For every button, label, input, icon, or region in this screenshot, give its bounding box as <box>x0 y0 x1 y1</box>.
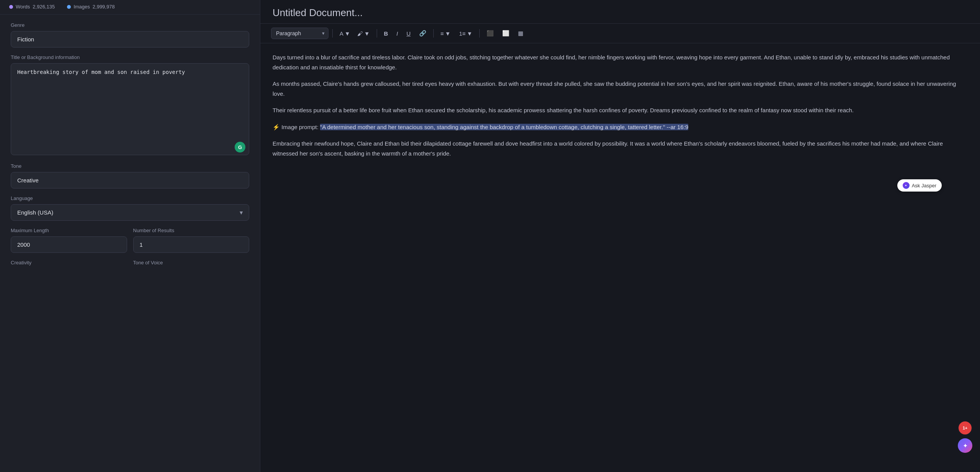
ordered-list-icon: 1≡ <box>459 30 466 37</box>
background-textarea[interactable]: Heartbreaking story of mom and son raise… <box>11 63 249 155</box>
language-select-wrapper: English (USA) English (UK) Spanish Frenc… <box>11 204 249 221</box>
font-a-label: A <box>340 30 343 37</box>
toolbar: Paragraph Heading 1 Heading 2 Heading 3 … <box>260 24 980 43</box>
right-panel: Untitled Document... Paragraph Heading 1… <box>260 0 980 472</box>
num-results-label: Number of Results <box>133 228 250 233</box>
font-caret-icon: ▼ <box>345 30 350 37</box>
toolbar-separator-1 <box>332 29 333 38</box>
max-length-field: Maximum Length <box>11 228 127 253</box>
bold-button[interactable]: B <box>381 28 391 39</box>
image-prompt-line: ⚡ Image prompt: "A determined mother and… <box>273 122 966 132</box>
ordered-chevron-icon: ▼ <box>467 30 472 37</box>
paragraph-2: As months passed, Claire's hands grew ca… <box>273 79 966 98</box>
background-label: Title or Background information <box>11 54 249 60</box>
font-color-button[interactable]: 🖌 ▼ <box>354 28 373 39</box>
genre-input[interactable] <box>11 31 249 48</box>
align-left-button[interactable]: ⬛ <box>483 28 497 39</box>
font-size-button[interactable]: A ▼ <box>336 28 353 39</box>
num-results-field: Number of Results <box>133 228 250 253</box>
max-length-input[interactable] <box>11 236 127 253</box>
italic-label: I <box>397 30 398 37</box>
underline-label: U <box>407 30 411 37</box>
jasper-fab[interactable]: ✦ <box>958 438 972 453</box>
jasper-logo-icon: ✦ <box>903 182 910 189</box>
grammarly-icon[interactable]: G <box>235 142 245 152</box>
row-fields: Maximum Length Number of Results <box>11 228 249 253</box>
align-justify-icon: ▦ <box>518 30 523 37</box>
paragraph-style-wrapper: Paragraph Heading 1 Heading 2 Heading 3 … <box>271 28 328 39</box>
images-dot <box>67 5 71 9</box>
align-justify-button[interactable]: ▦ <box>515 28 526 39</box>
tone-label: Tone <box>11 163 249 169</box>
creativity-field: Creativity <box>11 260 127 266</box>
words-stat: Words 2,926,135 <box>9 4 55 10</box>
num-results-input[interactable] <box>133 236 250 253</box>
bottom-row-labels: Creativity Tone of Voice <box>11 260 249 266</box>
link-button[interactable]: 🔗 <box>416 28 430 39</box>
creativity-label: Creativity <box>11 260 127 266</box>
left-panel: Words 2,926,135 Images 2,999,978 Genre T… <box>0 0 260 472</box>
ask-jasper-label: Ask Jasper <box>912 183 936 188</box>
genre-field: Genre <box>11 22 249 48</box>
paragraph-style-select[interactable]: Paragraph Heading 1 Heading 2 Heading 3 <box>271 28 328 39</box>
background-field: Title or Background information Heartbre… <box>11 54 249 156</box>
align-center-icon: ⬜ <box>502 30 510 37</box>
max-length-label: Maximum Length <box>11 228 127 233</box>
image-prompt-prefix: Image prompt: <box>281 124 320 130</box>
stats-bar: Words 2,926,135 Images 2,999,978 <box>0 0 260 15</box>
align-left-icon: ⬛ <box>487 30 494 37</box>
words-count: 2,926,135 <box>33 4 55 10</box>
underline-button[interactable]: U <box>403 28 414 39</box>
bullet-list-icon: ≡ <box>441 30 444 37</box>
doc-content[interactable]: Days turned into a blur of sacrifice and… <box>260 43 980 472</box>
doc-text: Days turned into a blur of sacrifice and… <box>273 52 966 158</box>
tone-of-voice-field: Tone of Voice <box>133 260 250 266</box>
link-icon: 🔗 <box>419 30 426 37</box>
lightning-icon: ⚡ <box>273 124 280 130</box>
bullet-chevron-icon: ▼ <box>445 30 451 37</box>
ordered-list-button[interactable]: 1≡ ▼ <box>456 28 475 39</box>
images-count: 2,999,978 <box>93 4 115 10</box>
tone-field: Tone <box>11 163 249 188</box>
fab-area: 1+ ✦ <box>958 421 972 453</box>
doc-header: Untitled Document... <box>260 0 980 24</box>
ask-jasper-button[interactable]: ✦ Ask Jasper <box>897 179 942 192</box>
brush-icon: 🖌 <box>357 30 363 37</box>
tone-input[interactable] <box>11 172 249 188</box>
form-section: Genre Title or Background information He… <box>0 15 260 266</box>
bullet-list-button[interactable]: ≡ ▼ <box>438 28 454 39</box>
toolbar-separator-2 <box>377 29 377 38</box>
language-field: Language English (USA) English (UK) Span… <box>11 195 249 221</box>
words-label: Words <box>16 4 30 10</box>
align-center-button[interactable]: ⬜ <box>499 28 513 39</box>
words-dot <box>9 5 13 9</box>
italic-button[interactable]: I <box>394 28 401 39</box>
document-title: Untitled Document... <box>273 7 968 19</box>
font-controls: A ▼ 🖌 ▼ <box>336 28 373 39</box>
paragraph-4: Embracing their newfound hope, Claire an… <box>273 139 966 158</box>
background-textarea-wrapper: Heartbreaking story of mom and son raise… <box>11 63 249 156</box>
bold-label: B <box>384 30 388 37</box>
image-prompt-text: "A determined mother and her tenacious s… <box>320 124 688 130</box>
language-label: Language <box>11 195 249 201</box>
genre-label: Genre <box>11 22 249 28</box>
toolbar-separator-3 <box>433 29 434 38</box>
paragraph-1: Days turned into a blur of sacrifice and… <box>273 52 966 72</box>
brush-chevron-icon: ▼ <box>364 30 370 37</box>
images-label: Images <box>74 4 90 10</box>
tone-of-voice-label: Tone of Voice <box>133 260 250 266</box>
notification-fab[interactable]: 1+ <box>958 421 972 435</box>
paragraph-3: Their relentless pursuit of a better lif… <box>273 105 966 115</box>
language-select[interactable]: English (USA) English (UK) Spanish Frenc… <box>11 204 249 221</box>
toolbar-separator-4 <box>479 29 480 38</box>
images-stat: Images 2,999,978 <box>67 4 114 10</box>
